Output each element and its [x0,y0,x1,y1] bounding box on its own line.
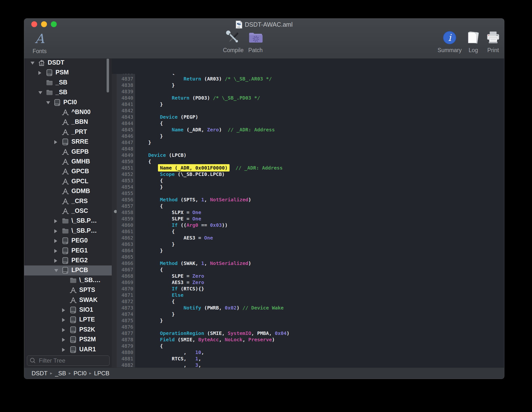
tree-item-uar1[interactable]: UAR1 [24,345,112,354]
disclosure-triangle-expanded[interactable] [38,91,42,94]
breadcrumb-item-sb[interactable]: _SB [55,370,66,377]
filter-tree-input[interactable]: Filter Tree [27,355,110,366]
breadcrumb-item-lpcb[interactable]: LPCB [94,370,110,377]
disclosure-triangle-expanded[interactable] [31,62,34,65]
tree-item-lpte[interactable]: LPTE [24,315,112,325]
tree-item-bbn[interactable]: _BBN [24,117,112,127]
disclosure-triangle-collapsed[interactable] [38,71,41,75]
disclosure-triangle-collapsed[interactable] [54,229,57,233]
line-number: 4868 [112,273,133,279]
breadcrumb-item-pci0[interactable]: PCI0 [74,370,87,377]
line-number: 4844 [112,120,133,126]
line-number: 4849 [112,152,133,158]
disclosure-triangle-collapsed[interactable] [62,328,65,332]
filter-area: Filter Tree [24,354,112,367]
tree-item-label: SWAK [79,296,98,303]
code-line-4860: If ((Arg0 == 0x03)) [136,222,228,228]
patch-label: Patch [248,47,263,54]
svg-text:AML: AML [237,26,241,28]
disclosure-triangle-collapsed[interactable] [62,338,65,342]
tree-item-label: _PRT [71,128,87,135]
patch-button[interactable]: Patch [244,29,267,54]
disclosure-triangle-collapsed[interactable] [54,219,57,223]
log-button[interactable]: Log [465,29,482,54]
code-editor[interactable]: 4836 {4837 Return (AR03) /* \_SB_.AR03 *… [112,59,504,367]
tree-item-peg0[interactable]: PEG0 [24,236,112,246]
disclosure-triangle-collapsed[interactable] [62,308,65,312]
summary-button[interactable]: i Summary [436,29,463,54]
tree-item-label: GPCL [71,178,88,185]
code-line-4862: AES3 = One [136,235,213,241]
tree-item-sb[interactable]: \_SB.… [24,275,112,286]
pages-stack-icon [466,29,480,46]
line-number: 4875 [112,317,133,324]
code-line-4841: } [136,101,163,107]
disclosure-triangle-expanded[interactable] [54,269,58,272]
tree-item-dsdt[interactable]: DSDT [24,59,112,68]
line-number: 4845 [112,126,133,133]
tree-item-crs[interactable]: _CRS [24,196,112,206]
disclosure-triangle-collapsed[interactable] [54,239,57,243]
tree-item-label: GPCB [71,168,89,175]
code-line-4840: Return (PD03) /* \_SB_.PD03 */ [136,95,260,101]
tree-item-gmhb[interactable]: GMHB [24,157,112,167]
method-icon [69,297,77,304]
method-icon [62,148,69,156]
tree-item-label: PEG2 [71,257,88,264]
tree-item-gpcb[interactable]: GPCB [24,167,112,177]
code-line-4863: } [136,241,175,247]
disclosure-triangle-collapsed[interactable] [54,140,57,144]
line-number: 4857 [112,203,133,209]
tree-item-psm[interactable]: PSM [24,68,112,78]
tree-item-lpcb[interactable]: LPCB [24,265,112,275]
method-icon [62,178,69,185]
tree-item-bn00[interactable]: ^BN00 [24,107,112,117]
disclosure-triangle-collapsed[interactable] [62,348,65,352]
code-line-4872: { [136,298,175,305]
compile-button[interactable]: Compile [220,29,247,54]
tree-item-spts[interactable]: SPTS [24,285,112,295]
tree-item-pci0[interactable]: PCI0 [24,98,112,108]
print-button[interactable]: Print [484,29,502,54]
tree-item-swak[interactable]: SWAK [24,295,112,305]
disclosure-triangle-collapsed[interactable] [54,249,57,253]
device-icon [69,336,77,343]
tree-item-sb[interactable]: _SB [24,88,112,98]
disclosure-triangle-expanded[interactable] [46,101,50,104]
tree-item-sio1[interactable]: SIO1 [24,305,112,315]
tree-item-sbp[interactable]: \_SB.P… [24,216,112,226]
breadcrumb-item-dsdt[interactable]: DSDT [32,370,47,377]
tree-item-sbp[interactable]: \_SB.P… [24,226,112,236]
tree-item-srre[interactable]: SRRE [24,137,112,147]
tree-item-prt[interactable]: _PRT [24,127,112,137]
tree-item-label: GEPB [71,148,89,155]
line-number: 4856 [112,196,133,203]
line-number: 4838 [112,82,133,88]
code-line-4856: Method (SPTS, 1, NotSerialized) [136,196,251,203]
desktop: { "window": { "title": "DSDT-AWAC.aml" }… [0,0,532,412]
device-icon [54,99,61,106]
tree-item-label: UAR1 [79,346,96,353]
tree-item-gpcl[interactable]: GPCL [24,177,112,187]
line-number: 4881 [112,355,133,362]
tree-item-ps2k[interactable]: PS2K [24,325,112,335]
disclosure-triangle-collapsed[interactable] [54,259,57,263]
code-line-4858: SLPX = One [136,209,201,216]
tree-item-ps2m[interactable]: PS2M [24,335,112,345]
device-icon [62,138,69,146]
tree-item-peg1[interactable]: PEG1 [24,246,112,256]
tree-item-label: _SB [55,79,67,86]
tree-item-label: \_SB.P… [71,217,97,224]
tree-item-peg2[interactable]: PEG2 [24,256,112,266]
tree-item-label: _SB [55,89,67,96]
tree-item-sb[interactable]: _SB [24,78,112,88]
line-number: 4850 [112,158,133,165]
fonts-button[interactable]: A Fonts [29,30,51,55]
folder-icon [69,277,77,284]
tree-item-osc[interactable]: _OSC [24,206,112,216]
disclosure-triangle-collapsed[interactable] [62,318,65,322]
tree-item-gepb[interactable]: GEPB [24,147,112,157]
code-line-4881: RTCS, 1, [136,355,201,362]
line-number: 4855 [112,190,133,196]
tree-item-gdmb[interactable]: GDMB [24,186,112,196]
